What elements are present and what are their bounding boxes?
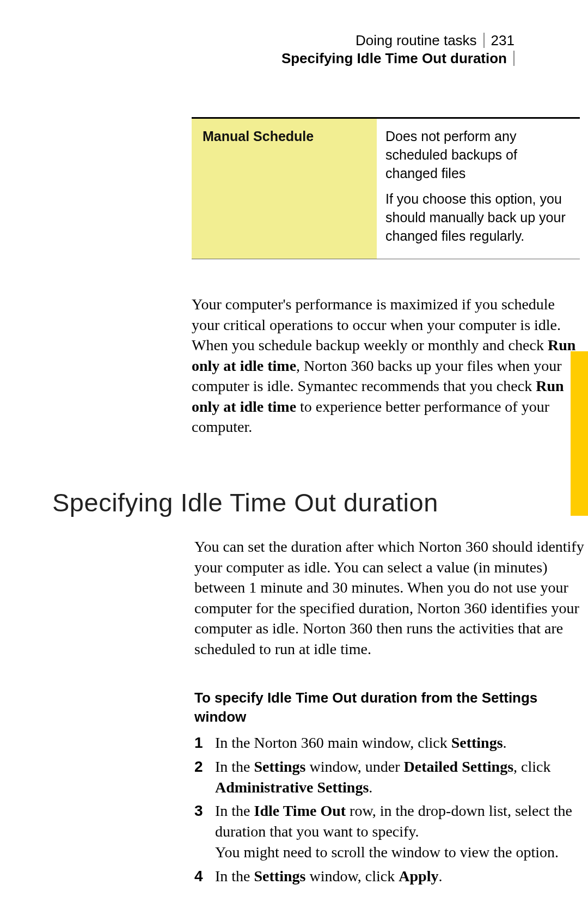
text: You might need to scroll the window to v… [215, 844, 559, 861]
bold-text: Idle Time Out [254, 802, 346, 819]
text: window, click [305, 868, 399, 884]
header-divider [483, 33, 485, 48]
list-item: 1 In the Norton 360 main window, click S… [194, 733, 584, 753]
list-item: 4 In the Settings window, click Apply. [194, 866, 584, 887]
section-title: Specifying Idle Time Out duration [281, 50, 507, 68]
header-top-row: Doing routine tasks 231 [281, 32, 514, 50]
step-number: 4 [194, 866, 215, 887]
side-tab-marker [571, 351, 588, 516]
step-text: In the Settings window, under Detailed S… [215, 757, 584, 798]
text: window, under [305, 758, 403, 775]
page-header: Doing routine tasks 231 Specifying Idle … [281, 32, 514, 67]
chapter-title: Doing routine tasks [356, 32, 477, 50]
bold-text: Apply [399, 868, 438, 884]
section-heading: Specifying Idle Time Out duration [52, 487, 438, 517]
text: , click [513, 758, 550, 775]
body-paragraph: Your computer's performance is maximized… [192, 294, 581, 437]
bold-text: Settings [254, 868, 306, 884]
text: Your computer's performance is maximized… [192, 296, 561, 353]
bold-text: Detailed Settings [404, 758, 513, 775]
body-paragraph: You can set the duration after which Nor… [194, 536, 584, 659]
bold-text: Settings [451, 734, 503, 751]
step-number: 3 [194, 801, 215, 862]
text: . [438, 868, 442, 884]
text: . [369, 779, 372, 796]
text: In the Norton 360 main window, click [215, 734, 451, 751]
step-text: In the Norton 360 main window, click Set… [215, 733, 584, 753]
table-row-label: Manual Schedule [192, 119, 377, 259]
table-row-desc: Does not perform any scheduled backups o… [377, 119, 580, 259]
text: In the [215, 868, 254, 884]
schedule-table: Manual Schedule Does not perform any sch… [192, 117, 580, 259]
list-item: 3 In the Idle Time Out row, in the drop-… [194, 801, 584, 862]
header-divider [513, 51, 514, 66]
bold-text: Administrative Settings [215, 779, 369, 796]
step-text: In the Idle Time Out row, in the drop-do… [215, 801, 584, 862]
table-desc-line: If you choose this option, you should ma… [385, 190, 569, 245]
table-desc-line: Does not perform any scheduled backups o… [385, 127, 569, 182]
step-number: 2 [194, 757, 215, 798]
procedure-steps: 1 In the Norton 360 main window, click S… [194, 733, 584, 890]
step-text: In the Settings window, click Apply. [215, 866, 584, 887]
bold-text: Settings [254, 758, 306, 775]
page: Doing routine tasks 231 Specifying Idle … [0, 0, 588, 915]
page-number: 231 [491, 32, 514, 50]
text: In the [215, 802, 254, 819]
text: In the [215, 758, 254, 775]
step-number: 1 [194, 733, 215, 753]
procedure-heading: To specify Idle Time Out duration from t… [194, 688, 584, 727]
text: . [503, 734, 507, 751]
list-item: 2 In the Settings window, under Detailed… [194, 757, 584, 798]
header-sub-row: Specifying Idle Time Out duration [281, 50, 514, 68]
